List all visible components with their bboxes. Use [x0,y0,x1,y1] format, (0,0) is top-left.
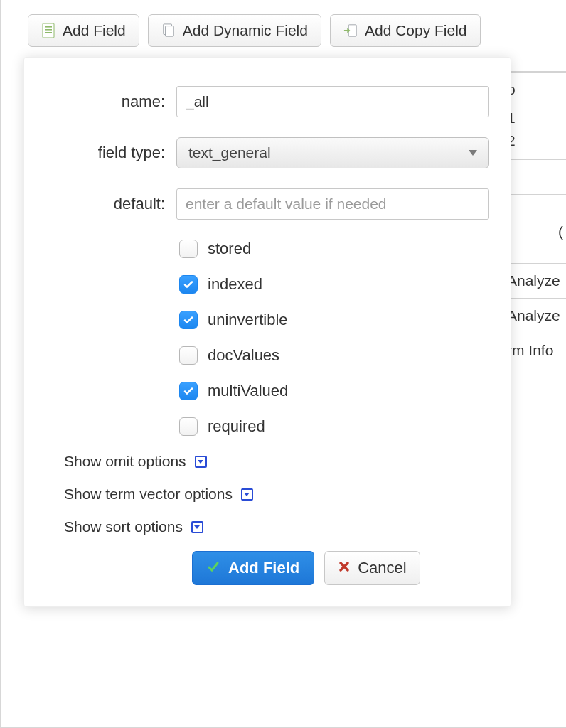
bg-text: ( [558,223,563,240]
toggle-label: Show term vector options [64,486,233,503]
background-content: o 1 2 I ( Analyze Analyze rm Info [502,0,566,727]
toggle-label: Show omit options [64,453,186,470]
default-input[interactable] [176,188,489,220]
field-type-select[interactable]: text_general [176,137,489,168]
name-input[interactable] [176,86,489,117]
toolbar-label: Add Dynamic Field [183,22,308,39]
check-icon [207,559,220,577]
bg-text: Analyze [507,272,560,289]
document-icon [41,22,55,39]
cancel-button[interactable]: Cancel [324,551,420,585]
name-label: name: [24,92,176,111]
chevron-down-icon [469,150,477,156]
expand-icon [195,456,207,468]
add-field-panel: name: field type: text_general default: [23,57,511,607]
field-options: stored indexed uninvertible docValues [179,240,489,436]
import-icon [343,22,358,39]
svg-rect-0 [43,23,54,38]
checkbox-label: uninvertible [208,311,288,329]
button-label: Cancel [358,559,406,577]
panel-actions: Add Field Cancel [192,551,489,585]
button-label: Add Field [228,559,299,577]
submit-add-field-button[interactable]: Add Field [192,551,314,585]
toolbar-label: Add Field [63,22,126,39]
bg-text: rm Info [507,342,553,358]
close-icon [338,559,351,577]
expand-icon [241,488,253,500]
default-label: default: [24,195,176,213]
toolbar-label: Add Copy Field [365,22,467,39]
checkbox-label: docValues [208,346,279,365]
show-sort-options-toggle[interactable]: Show sort options [64,518,489,535]
show-term-vector-options-toggle[interactable]: Show term vector options [64,486,489,503]
checkbox-label: stored [208,240,251,258]
stored-checkbox[interactable] [179,240,198,258]
uninvertible-checkbox[interactable] [179,311,198,329]
toggle-label: Show sort options [64,518,183,535]
svg-rect-2 [45,29,52,31]
advanced-toggles: Show omit options Show term vector optio… [64,453,489,535]
multivalued-checkbox[interactable] [179,382,198,400]
add-dynamic-field-button[interactable]: Add Dynamic Field [148,14,321,47]
app-frame: o 1 2 I ( Analyze Analyze rm Info Add Fi… [0,0,566,728]
required-checkbox[interactable] [179,417,198,436]
field-type-label: field type: [24,144,176,162]
checkbox-label: indexed [208,275,262,294]
add-copy-field-button[interactable]: Add Copy Field [330,14,481,47]
svg-rect-1 [45,26,52,28]
docvalues-checkbox[interactable] [179,346,198,365]
checkbox-label: required [208,417,265,436]
schema-toolbar: Add Field Add Dynamic Field Add Copy Fie… [1,0,566,54]
select-value: text_general [188,144,271,161]
checkbox-label: multiValued [208,382,288,400]
svg-rect-3 [45,32,52,33]
indexed-checkbox[interactable] [179,275,198,294]
show-omit-options-toggle[interactable]: Show omit options [64,453,489,470]
add-field-button[interactable]: Add Field [28,14,139,47]
bg-text: Analyze [507,307,560,323]
documents-stack-icon [161,22,176,39]
svg-rect-5 [165,26,173,37]
expand-icon [191,521,203,533]
